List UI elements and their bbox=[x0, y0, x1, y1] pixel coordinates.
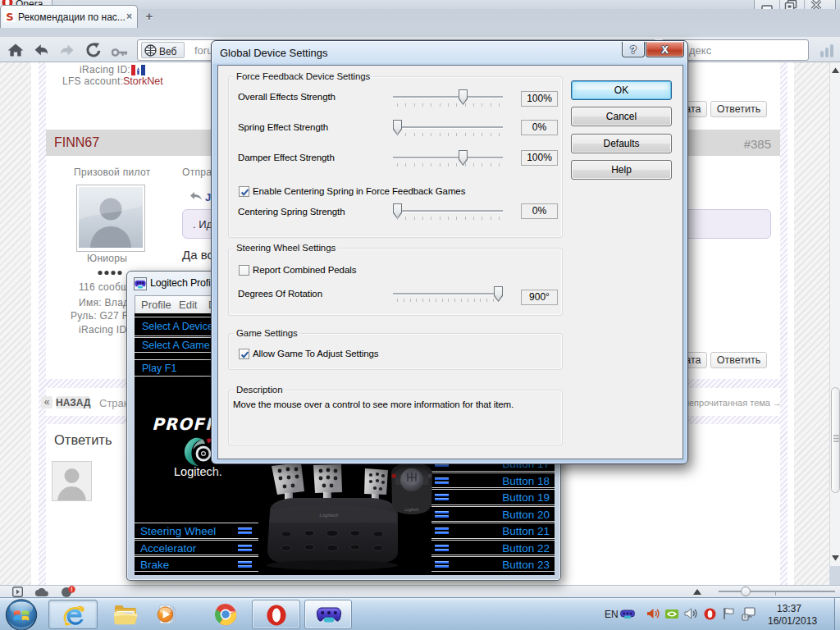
scrollbar-thumb[interactable] bbox=[831, 387, 840, 493]
button-19-row[interactable]: Button 19 bbox=[431, 489, 555, 505]
reply-button[interactable]: Ответить bbox=[710, 101, 767, 117]
damper-strength-slider[interactable] bbox=[393, 157, 503, 158]
reload-icon[interactable] bbox=[85, 42, 102, 58]
back-icon[interactable] bbox=[33, 42, 49, 58]
tray-volume-red-icon[interactable] bbox=[646, 607, 660, 620]
dialog-close-icon[interactable]: X bbox=[646, 42, 684, 57]
axis-accelerator[interactable]: Accelerator bbox=[135, 540, 258, 555]
address-badge-label: Веб bbox=[159, 46, 176, 57]
panel-toggle-icon[interactable] bbox=[12, 587, 23, 597]
group-legend: Game Settings bbox=[234, 328, 300, 338]
unread-topic-link[interactable]: непрочитанная тема → bbox=[684, 398, 782, 408]
slider-ticks bbox=[397, 299, 500, 302]
avatar[interactable] bbox=[76, 185, 145, 252]
pager-first-button[interactable]: « bbox=[41, 396, 52, 409]
menu-profile[interactable]: Profile bbox=[141, 299, 171, 311]
tray-clock[interactable]: 13:37 bbox=[777, 603, 801, 614]
axis-indicator-icon bbox=[238, 544, 252, 552]
zoom-slider-thumb[interactable] bbox=[741, 587, 751, 596]
rotation-label: Degrees Of Rotation bbox=[238, 289, 322, 299]
combined-pedals-checkbox[interactable] bbox=[239, 265, 249, 276]
defaults-button[interactable]: Defaults bbox=[571, 134, 672, 153]
iracing-flag-icon bbox=[131, 65, 145, 75]
page-scrollbar[interactable] bbox=[829, 62, 840, 566]
button-23-row[interactable]: Button 23 bbox=[431, 556, 555, 572]
browser-statusbar: ! bbox=[0, 585, 840, 597]
search-text: декс bbox=[689, 44, 711, 57]
scroll-up-icon[interactable] bbox=[832, 67, 839, 74]
address-badge[interactable]: Веб bbox=[141, 42, 185, 58]
overall-strength-slider[interactable] bbox=[393, 96, 503, 98]
post-number[interactable]: #385 bbox=[744, 137, 771, 151]
button-18-row[interactable]: Button 18 bbox=[431, 472, 555, 488]
tray-action-center-icon[interactable] bbox=[723, 607, 735, 620]
home-icon[interactable] bbox=[7, 42, 24, 58]
button-21-row[interactable]: Button 21 bbox=[431, 523, 555, 539]
pedals-image: Logitech Logitech bbox=[263, 462, 436, 575]
user-group: Юниоры bbox=[87, 253, 127, 264]
turbo-icon[interactable]: ! bbox=[61, 586, 75, 598]
tab-close-icon[interactable]: × bbox=[126, 11, 132, 22]
taskbar-wmp-icon[interactable] bbox=[154, 603, 177, 626]
taskbar-profiler-button[interactable] bbox=[304, 600, 352, 629]
button-20-row[interactable]: Button 20 bbox=[431, 506, 555, 522]
group-legend: Description bbox=[234, 385, 285, 395]
reply-button-2[interactable]: Ответить bbox=[710, 352, 767, 368]
allow-game-cb-label: Allow Game To Adjust Settings bbox=[253, 349, 379, 358]
check-icon bbox=[240, 187, 250, 198]
centering-strength-label: Centering Spring Strength bbox=[238, 207, 345, 217]
taskbar-explorer-icon[interactable] bbox=[113, 604, 138, 625]
pager-back-button[interactable]: НАЗАД bbox=[56, 396, 90, 409]
taskbar-chrome-icon[interactable] bbox=[214, 603, 237, 626]
axis-label: Steering Wheel bbox=[140, 525, 216, 537]
lfs-link[interactable]: StorkNet bbox=[123, 75, 163, 87]
axis-brake[interactable]: Brake bbox=[135, 556, 258, 572]
rotation-slider[interactable] bbox=[393, 293, 503, 294]
spring-strength-label: Spring Effect Strength bbox=[238, 122, 328, 132]
group-description: Description Move the mouse over a contro… bbox=[228, 390, 563, 445]
allow-game-checkbox[interactable] bbox=[239, 349, 249, 359]
statusbar-expand-icon[interactable] bbox=[693, 589, 701, 595]
group-steering-wheel: Steering Wheel Settings Report Combined … bbox=[228, 248, 563, 316]
zoom-slider-track[interactable] bbox=[719, 591, 835, 592]
cancel-button[interactable]: Cancel bbox=[571, 107, 672, 126]
new-tab-button[interactable]: + bbox=[142, 10, 157, 24]
tray-date[interactable]: 16/01/2013 bbox=[768, 615, 817, 627]
centering-spring-checkbox[interactable] bbox=[239, 186, 249, 197]
tray-nvidia-icon[interactable] bbox=[665, 609, 678, 619]
globe-icon bbox=[144, 44, 157, 57]
button-label: Button 19 bbox=[502, 491, 550, 504]
taskbar-ie-button[interactable] bbox=[48, 600, 98, 629]
rotation-value: 900° bbox=[521, 290, 558, 305]
tray-opera-icon[interactable] bbox=[704, 608, 716, 620]
nav-label: Play F1 bbox=[142, 363, 176, 374]
show-desktop-button[interactable] bbox=[834, 598, 840, 630]
button-indicator-icon bbox=[435, 510, 449, 518]
group-force-feedback: Force Feedback Device Settings Overall E… bbox=[228, 76, 563, 238]
taskbar-opera-button[interactable] bbox=[252, 600, 300, 629]
tray-gamepad-icon[interactable] bbox=[620, 609, 635, 619]
tray-network-icon[interactable] bbox=[742, 607, 757, 621]
tab-active[interactable]: S Рекомендации по нас... × bbox=[0, 5, 138, 28]
menu-edit[interactable]: Edit bbox=[179, 299, 197, 311]
forward-icon[interactable] bbox=[59, 42, 75, 58]
key-icon[interactable] bbox=[112, 44, 128, 61]
start-button[interactable] bbox=[5, 599, 38, 630]
button-22-row[interactable]: Button 22 bbox=[431, 540, 555, 555]
group-legend: Force Feedback Device Settings bbox=[234, 71, 372, 81]
pips-icon bbox=[98, 270, 122, 276]
sync-cloud-icon[interactable] bbox=[34, 588, 49, 597]
dialog-help-icon[interactable]: ? bbox=[622, 42, 645, 57]
scroll-down-icon[interactable] bbox=[832, 555, 839, 561]
axis-steering-wheel[interactable]: Steering Wheel bbox=[135, 523, 258, 539]
spring-strength-slider[interactable] bbox=[393, 126, 503, 128]
bars-icon[interactable] bbox=[819, 43, 834, 57]
ok-button[interactable]: OK bbox=[571, 80, 672, 100]
tray-language[interactable]: EN bbox=[605, 609, 619, 620]
centering-strength-slider[interactable] bbox=[393, 210, 503, 212]
slider-ticks bbox=[397, 217, 500, 220]
group-legend: Steering Wheel Settings bbox=[234, 243, 338, 253]
help-button[interactable]: Help bbox=[571, 160, 672, 180]
tray-volume-icon[interactable] bbox=[684, 607, 698, 620]
nav-label: Select A Game bbox=[142, 340, 210, 351]
